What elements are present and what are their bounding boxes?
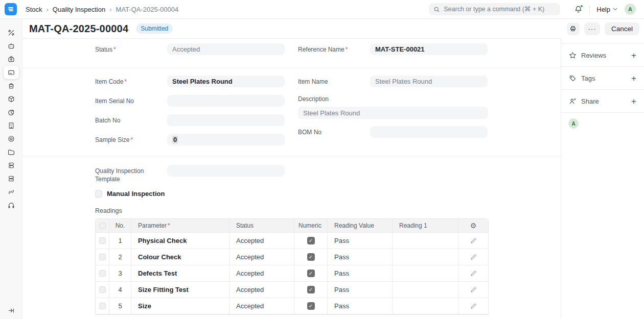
reading-value-cell[interactable]: Pass bbox=[328, 265, 393, 281]
page-header: MAT-QA-2025-00004 Submitted ··· Cancel bbox=[22, 19, 644, 38]
col-header-numeric: Numeric bbox=[294, 219, 328, 232]
edit-row-pencil-icon[interactable] bbox=[470, 286, 477, 293]
search-input[interactable] bbox=[444, 6, 556, 13]
add-review-button[interactable]: + bbox=[631, 51, 636, 60]
row-select-checkbox[interactable] bbox=[99, 254, 106, 260]
page-title: MAT-QA-2025-00004 bbox=[29, 23, 128, 35]
add-tag-button[interactable]: + bbox=[631, 74, 636, 83]
add-share-button[interactable]: + bbox=[631, 97, 636, 106]
bom-no-field[interactable] bbox=[370, 126, 488, 138]
sidebar-item-assistant[interactable] bbox=[4, 39, 19, 53]
field-label-item-code: Item Code* bbox=[95, 78, 167, 86]
status-badge: Submitted bbox=[136, 23, 173, 34]
sidebar-item-company[interactable] bbox=[4, 119, 19, 132]
row-select-checkbox[interactable] bbox=[99, 237, 106, 244]
field-label-reference-name: Reference Name* bbox=[298, 45, 370, 54]
sidebar-item-stock[interactable] bbox=[4, 66, 19, 79]
erpnext-logo-icon[interactable] bbox=[5, 3, 17, 15]
reading-value-cell[interactable]: Pass bbox=[328, 298, 393, 314]
menu-button[interactable]: ··· bbox=[584, 22, 600, 35]
print-button[interactable] bbox=[567, 22, 580, 35]
reference-name-field[interactable]: MAT-STE-00021 bbox=[370, 43, 488, 55]
status-cell[interactable]: Accepted bbox=[229, 265, 294, 281]
reading-1-cell[interactable] bbox=[393, 282, 458, 298]
sidebar-item-assets[interactable] bbox=[4, 159, 19, 172]
status-cell[interactable]: Accepted bbox=[229, 282, 294, 298]
numeric-checkbox-checked[interactable]: ✓ bbox=[307, 269, 315, 277]
row-select-checkbox[interactable] bbox=[99, 286, 106, 293]
sidebar-item-analytics[interactable] bbox=[4, 106, 19, 119]
reading-1-cell[interactable] bbox=[393, 298, 458, 314]
reading-value-cell[interactable]: Pass bbox=[328, 249, 393, 265]
select-all-checkbox[interactable] bbox=[99, 223, 106, 229]
help-menu[interactable]: Help bbox=[596, 6, 617, 13]
status-cell[interactable]: Accepted bbox=[229, 233, 294, 249]
description-field[interactable]: Steel Plates Round bbox=[298, 107, 488, 119]
sidebar-item-quality[interactable] bbox=[4, 132, 19, 145]
share-section[interactable]: Share + bbox=[561, 90, 644, 113]
global-search[interactable] bbox=[429, 3, 560, 15]
parameter-cell[interactable]: Defects Test bbox=[131, 265, 229, 281]
numeric-checkbox-checked[interactable]: ✓ bbox=[307, 253, 315, 261]
tools-icon bbox=[7, 29, 15, 37]
item-serial-no-field[interactable] bbox=[167, 95, 285, 107]
manual-inspection-checkbox-row[interactable]: Manual Inspection bbox=[95, 190, 488, 198]
reading-value-cell[interactable]: Pass bbox=[328, 282, 393, 298]
tags-label: Tags bbox=[581, 75, 595, 82]
link-icon bbox=[7, 188, 15, 196]
notifications-bell-icon[interactable] bbox=[574, 5, 583, 14]
sidebar-item-briefcase[interactable] bbox=[4, 53, 19, 66]
status-cell[interactable]: Accepted bbox=[229, 249, 294, 265]
sidebar-item-projects[interactable] bbox=[4, 145, 19, 159]
batch-no-field[interactable] bbox=[167, 114, 285, 126]
navbar-divider bbox=[589, 5, 590, 13]
edit-row-pencil-icon[interactable] bbox=[470, 270, 477, 277]
sidebar-item-support[interactable] bbox=[4, 199, 19, 212]
reviews-section[interactable]: Reviews + bbox=[561, 44, 644, 67]
table-settings-gear-icon[interactable]: ⚙ bbox=[470, 222, 477, 230]
parameter-cell[interactable]: Size Fitting Test bbox=[131, 282, 229, 298]
manual-inspection-checkbox[interactable] bbox=[95, 190, 102, 198]
edit-row-pencil-icon[interactable] bbox=[470, 237, 477, 244]
qi-template-field[interactable] bbox=[167, 165, 285, 177]
status-field[interactable]: Accepted bbox=[167, 43, 285, 55]
row-select-checkbox[interactable] bbox=[99, 303, 106, 309]
numeric-checkbox-checked[interactable]: ✓ bbox=[307, 286, 315, 293]
sidebar-item-manufacturing[interactable] bbox=[4, 92, 19, 106]
sidebar-item-integrations[interactable] bbox=[4, 185, 19, 199]
item-code-field[interactable]: Steel Plates Round bbox=[167, 76, 285, 87]
reading-1-cell[interactable] bbox=[393, 249, 458, 265]
status-cell[interactable]: Accepted bbox=[229, 298, 294, 314]
col-header-status: Status bbox=[229, 219, 294, 232]
row-number: 2 bbox=[109, 249, 131, 265]
workspace-sidebar bbox=[0, 19, 22, 319]
shared-user-avatar[interactable]: A bbox=[568, 118, 579, 129]
breadcrumb-stock[interactable]: Stock bbox=[26, 6, 42, 13]
breadcrumb-separator-icon: › bbox=[47, 6, 49, 13]
sidebar-item-selling[interactable] bbox=[4, 79, 19, 92]
table-row: 4 Size Fitting Test Accepted ✓ Pass bbox=[96, 282, 488, 298]
readings-table-header: No. Parameter* Status Numeric Reading Va… bbox=[96, 219, 488, 233]
sidebar-item-payroll[interactable] bbox=[4, 172, 19, 185]
row-select-checkbox[interactable] bbox=[99, 270, 106, 277]
parameter-cell[interactable]: Colour Check bbox=[131, 249, 229, 265]
edit-row-pencil-icon[interactable] bbox=[470, 254, 477, 260]
cancel-button[interactable]: Cancel bbox=[605, 22, 639, 35]
numeric-checkbox-checked[interactable]: ✓ bbox=[307, 302, 315, 310]
parameter-cell[interactable]: Physical Check bbox=[131, 233, 229, 249]
reading-1-cell[interactable] bbox=[393, 233, 458, 249]
breadcrumb-quality-inspection[interactable]: Quality Inspection bbox=[53, 6, 105, 13]
sidebar-item-tools[interactable] bbox=[4, 26, 19, 39]
sample-size-field[interactable]: 0 bbox=[167, 134, 285, 145]
sidebar-expand-toggle[interactable] bbox=[7, 307, 15, 314]
field-label-item-name: Item Name bbox=[298, 78, 370, 86]
user-avatar[interactable]: A bbox=[625, 4, 636, 15]
item-name-field[interactable]: Steel Plates Round bbox=[370, 76, 488, 87]
reading-value-cell[interactable]: Pass bbox=[328, 233, 393, 249]
reading-1-cell[interactable] bbox=[393, 265, 458, 281]
edit-row-pencil-icon[interactable] bbox=[470, 303, 477, 309]
numeric-checkbox-checked[interactable]: ✓ bbox=[307, 237, 315, 244]
required-marker: * bbox=[113, 46, 116, 53]
tags-section[interactable]: Tags + bbox=[561, 67, 644, 90]
parameter-cell[interactable]: Size bbox=[131, 298, 229, 314]
